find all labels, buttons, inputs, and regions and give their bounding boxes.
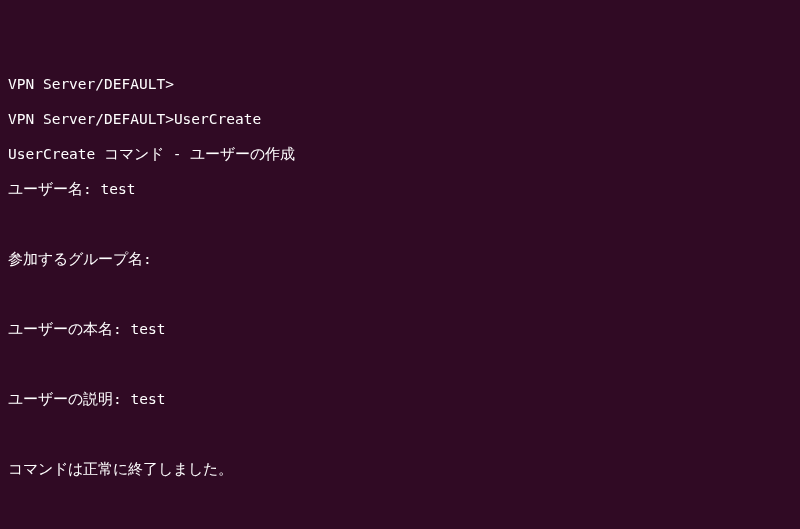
terminal-output: コマンドは正常に終了しました。	[8, 461, 792, 479]
terminal-output	[8, 496, 792, 514]
terminal-output: ユーザーの説明: test	[8, 391, 792, 409]
terminal-line: VPN Server/DEFAULT>UserCreate	[8, 111, 792, 129]
terminal-output	[8, 426, 792, 444]
terminal-output: UserCreate コマンド - ユーザーの作成	[8, 146, 792, 164]
terminal-output	[8, 286, 792, 304]
prompt: VPN Server/DEFAULT>	[8, 76, 174, 92]
prompt: VPN Server/DEFAULT>	[8, 111, 174, 127]
terminal-output: ユーザー名: test	[8, 181, 792, 199]
terminal-line: VPN Server/DEFAULT>	[8, 76, 792, 94]
terminal-output: 参加するグループ名:	[8, 251, 792, 269]
terminal-output	[8, 216, 792, 234]
terminal-output: ユーザーの本名: test	[8, 321, 792, 339]
user-input: UserCreate	[174, 111, 261, 127]
terminal-output	[8, 356, 792, 374]
